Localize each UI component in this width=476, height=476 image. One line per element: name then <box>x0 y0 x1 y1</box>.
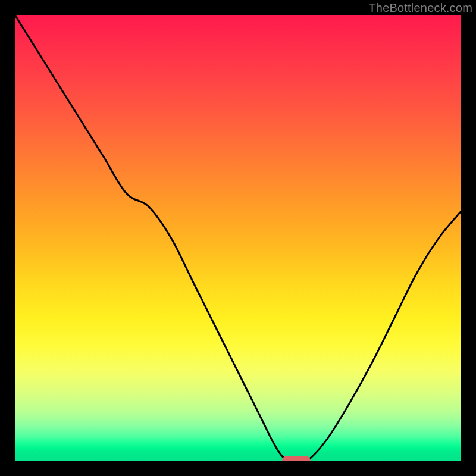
watermark-text: TheBottleneck.com <box>368 1 472 15</box>
curve-path <box>15 15 461 461</box>
plot-area <box>15 15 461 461</box>
chart-frame: TheBottleneck.com <box>0 0 476 476</box>
optimal-point-marker <box>282 456 311 461</box>
bottleneck-curve <box>15 15 461 461</box>
